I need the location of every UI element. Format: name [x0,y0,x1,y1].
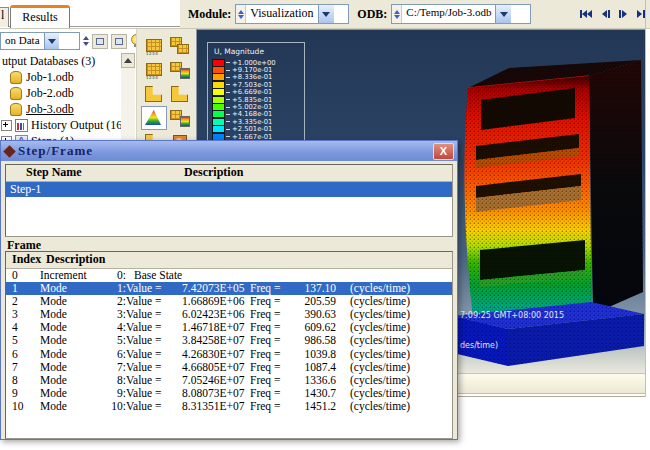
previous-frame-icon[interactable] [598,8,612,20]
dialog-titlebar[interactable]: Step/Frame [1,141,457,161]
frame-cell: Mode [40,282,100,295]
frame-cell: Freq = [250,334,294,347]
tree-item-label: Job-2.odb [26,86,74,101]
legend-tick [226,84,230,85]
frame-cell: 3.84258E+07 [174,334,250,347]
plot-contours-deformed-icon[interactable] [167,58,193,82]
frame-cell: (cycles/time) [336,361,452,374]
tree-spinner[interactable] [83,36,89,46]
legend-tick [226,129,230,130]
frame-cell: 8.08073E+07 [174,387,250,400]
frame-cell: 609.62 [294,321,336,334]
step-name-header: Step Name [6,165,184,181]
abaqus-visualization-window: l Results Module: Visualization ODB: C:/… [0,0,650,450]
step-row[interactable]: Step-1 [6,182,452,197]
plot-contours-undeformed-icon[interactable]: 1234 [141,58,167,82]
frame-cell: Freq = [250,387,294,400]
frame-cell: 1 [6,282,40,295]
frame-row-9[interactable]: 9Mode9:Value =8.08073E+07Freq =1430.7(cy… [6,387,452,400]
frame-cell: Freq = [250,361,294,374]
contour-options-icon[interactable] [141,106,167,130]
frame-row-5[interactable]: 5Mode5:Value =3.84258E+07Freq =986.58(cy… [6,334,452,347]
frame-cell: 10: [100,400,126,413]
frame-cell: Mode [40,374,100,387]
tree-item-job-1-odb[interactable]: Job-1.odb [0,69,120,85]
tree-tab-strip: l Results [0,0,180,28]
odb-combobox[interactable]: C:/Temp/Job-3.odb [391,4,531,24]
frame-row-8[interactable]: 8Mode8:Value =7.05246E+07Freq =1336.6(cy… [6,374,452,387]
tab-results[interactable]: Results [10,5,70,30]
odb-file-icon [10,103,22,116]
step-frame-dialog: Step/Frame X Step Name Description Step-… [0,140,458,440]
frame-cell: 10 [6,400,40,413]
first-frame-icon[interactable] [579,8,593,20]
dialog-title: Step/Frame [18,143,93,159]
frame-cell: 8 [6,374,40,387]
frame-row-4[interactable]: 4Mode4:Value =1.46718E+07Freq =609.62(cy… [6,321,452,334]
module-combobox[interactable]: Visualization [235,4,349,24]
plot-deformed-icon[interactable] [167,34,193,58]
tree-tool-button-2[interactable] [111,34,127,49]
last-frame-icon[interactable] [636,8,650,20]
close-icon[interactable]: X [433,143,454,160]
tree-root-output-databases[interactable]: utput Databases (3) [0,53,120,69]
frame-row-0[interactable]: 0Increment0:Base State [6,269,452,282]
frame-cell: 5: [100,334,126,347]
frame-cell: Value = [126,282,174,295]
tree-filter-dropdown-icon[interactable] [44,33,59,49]
module-dropdown-icon[interactable] [318,5,334,23]
tree-filter-row: on Data [0,32,142,50]
frame-cell: 4: [100,321,126,334]
legend-tick [226,114,230,115]
step-list-header: Step Name Description [6,165,452,182]
scroll-up-icon[interactable] [121,53,135,68]
frame-row-3[interactable]: 3Mode3:Value =6.02423E+06Freq =390.63(cy… [6,308,452,321]
tree-scrollbar[interactable] [121,53,135,143]
plot-material-orientation-icon[interactable] [167,82,193,106]
tree-item-history-output-16-[interactable]: History Output (16) [0,117,120,133]
frame-cell: 4.66805E+07 [174,361,250,374]
frame-cell: Value = [126,374,174,387]
expand-icon[interactable] [1,120,12,131]
module-spinner[interactable] [236,5,246,23]
step-description-header: Description [184,165,243,181]
frame-cell: Mode [40,334,100,347]
frame-cell: (cycles/time) [336,295,452,308]
tree-filter-combobox[interactable]: on Data [0,32,80,50]
tree-item-job-2-odb[interactable]: Job-2.odb [0,85,120,101]
dialog-move-icon [3,145,15,157]
plot-undeformed-icon[interactable]: 1234 [141,34,167,58]
tree-item-job-3-odb[interactable]: Job-3.odb [0,101,120,117]
frame-cell: 4.26830E+07 [174,348,250,361]
frame-cell: Mode [40,361,100,374]
odb-spinner[interactable] [392,5,402,23]
symbol-options-icon[interactable] [167,106,193,130]
state-block-frequency-fragment: des/time) [460,341,498,350]
frame-row-6[interactable]: 6Mode6:Value =4.26830E+07Freq =1039.8(cy… [6,348,452,361]
frame-cell: Value = [126,321,174,334]
frame-row-10[interactable]: 10Mode10:Value =8.31351E+07Freq =1451.2(… [6,400,452,413]
frame-cell: (cycles/time) [336,400,452,413]
frame-cell: Freq = [250,295,294,308]
frame-cell: Mode [40,308,100,321]
tab-model-partial[interactable]: l [0,7,9,27]
frame-cell: Mode [40,321,100,334]
frame-cell: Value = [126,295,174,308]
legend-title: U, Magnitude [214,47,304,56]
odb-dropdown-icon[interactable] [495,5,511,23]
step-list: Step Name Description Step-1 [5,164,453,237]
frame-cell: 2: [100,295,126,308]
legend-tick [226,62,230,63]
frame-cell: 9: [100,387,126,400]
frame-row-7[interactable]: 7Mode7:Value =4.66805E+07Freq =1087.4(cy… [6,361,452,374]
tree-tool-button-1[interactable] [92,34,108,49]
next-frame-icon[interactable] [617,8,631,20]
frame-row-1[interactable]: 1Mode1:Value =7.42073E+05Freq =137.10(cy… [6,282,452,295]
frame-list-header: Index Description [6,252,452,269]
plot-symbols-icon[interactable] [141,82,167,106]
tree-item-label: Job-3.odb [26,102,74,117]
frame-row-2[interactable]: 2Mode2:Value =1.66869E+06Freq =205.59(cy… [6,295,452,308]
tree-filter-value: on Data [1,33,44,49]
animation-controls [579,8,650,20]
legend-tick [226,136,230,137]
